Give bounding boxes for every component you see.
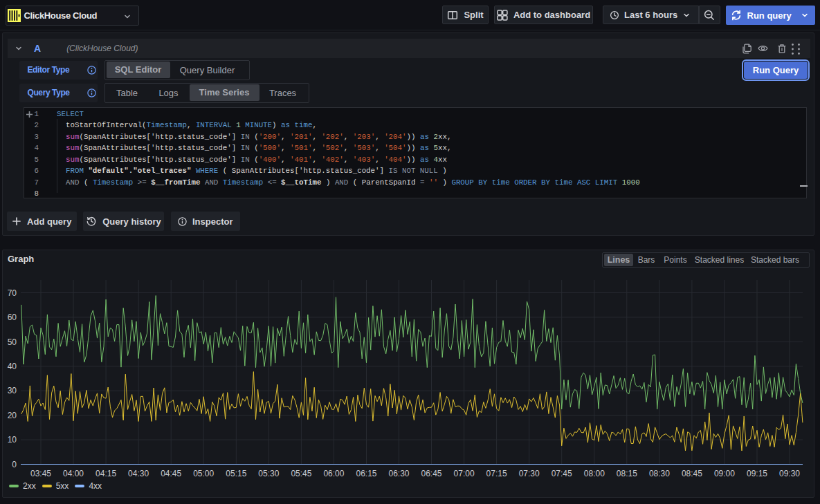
svg-text:30: 30 bbox=[8, 386, 17, 395]
svg-text:05:45: 05:45 bbox=[291, 469, 311, 478]
svg-text:06:30: 06:30 bbox=[388, 469, 409, 478]
svg-text:07:45: 07:45 bbox=[552, 469, 572, 478]
svg-text:07:15: 07:15 bbox=[486, 469, 507, 478]
svg-text:04:30: 04:30 bbox=[128, 469, 149, 478]
svg-text:08:45: 08:45 bbox=[682, 469, 702, 478]
svg-text:70: 70 bbox=[8, 288, 17, 298]
svg-text:40: 40 bbox=[8, 362, 17, 371]
svg-text:05:30: 05:30 bbox=[258, 469, 279, 478]
svg-text:08:15: 08:15 bbox=[617, 469, 637, 478]
svg-text:04:45: 04:45 bbox=[161, 469, 181, 478]
svg-text:04:15: 04:15 bbox=[95, 469, 116, 478]
svg-text:05:15: 05:15 bbox=[226, 469, 246, 478]
svg-text:60: 60 bbox=[8, 312, 17, 322]
svg-text:09:15: 09:15 bbox=[747, 469, 767, 478]
svg-text:05:00: 05:00 bbox=[193, 469, 214, 478]
svg-text:08:30: 08:30 bbox=[649, 469, 670, 478]
svg-text:03:45: 03:45 bbox=[30, 469, 51, 478]
svg-text:0: 0 bbox=[12, 460, 17, 469]
svg-text:07:00: 07:00 bbox=[454, 469, 475, 478]
svg-text:08:00: 08:00 bbox=[584, 469, 605, 478]
svg-text:06:45: 06:45 bbox=[421, 469, 441, 478]
svg-text:07:30: 07:30 bbox=[519, 469, 540, 478]
svg-text:06:00: 06:00 bbox=[323, 469, 344, 478]
svg-text:04:00: 04:00 bbox=[63, 469, 84, 478]
svg-text:06:15: 06:15 bbox=[356, 469, 376, 478]
svg-text:09:30: 09:30 bbox=[779, 469, 800, 478]
svg-text:10: 10 bbox=[8, 435, 17, 445]
svg-text:20: 20 bbox=[8, 411, 17, 420]
svg-text:50: 50 bbox=[8, 337, 17, 347]
svg-text:09:00: 09:00 bbox=[714, 469, 735, 478]
